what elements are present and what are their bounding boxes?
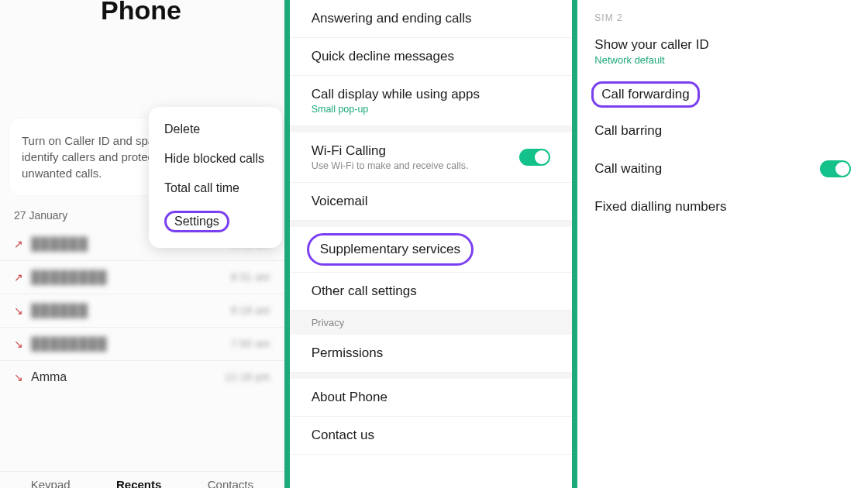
call-settings-screen: Answering and ending calls Quick decline… xyxy=(290,0,573,488)
screen-divider xyxy=(572,0,577,488)
overflow-menu-popup: Delete Hide blocked calls Total call tim… xyxy=(149,107,282,248)
menu-item-total-call-time[interactable]: Total call time xyxy=(149,174,282,203)
setting-label: Call display while using apps xyxy=(312,87,551,102)
screen-divider xyxy=(284,0,290,488)
incoming-call-icon: ↘ xyxy=(14,371,31,383)
phone-app-screen: Phone Turn on Caller ID and spam protect… xyxy=(0,0,284,488)
setting-call-forwarding[interactable]: Call forwarding xyxy=(577,77,868,112)
outgoing-call-icon: ↗ xyxy=(14,238,31,250)
setting-wifi-calling[interactable]: Wi-Fi Calling Use Wi-Fi to make and rece… xyxy=(290,132,573,183)
call-waiting-toggle[interactable] xyxy=(820,160,851,177)
setting-sublabel: Use Wi-Fi to make and receive calls. xyxy=(312,160,520,171)
tab-contacts[interactable]: Contacts xyxy=(208,478,253,488)
setting-label: Call waiting xyxy=(594,161,820,177)
call-contact-name: ████████ xyxy=(31,270,231,284)
sim-label: SIM 2 xyxy=(577,0,868,26)
call-log-list: ↗ ██████ 8:32 am ↗ ████████ 8:31 am ↘ ██… xyxy=(0,228,284,393)
section-gap xyxy=(290,126,573,132)
call-time: 8:18 am xyxy=(231,305,270,316)
setting-supplementary-services[interactable]: Supplementary services xyxy=(290,227,573,273)
setting-call-barring[interactable]: Call barring xyxy=(577,112,868,149)
setting-label: Other call settings xyxy=(312,284,551,299)
incoming-call-icon: ↘ xyxy=(14,338,31,350)
setting-answering[interactable]: Answering and ending calls xyxy=(290,0,573,38)
setting-about-phone[interactable]: About Phone xyxy=(290,379,573,417)
highlight-call-forwarding: Call forwarding xyxy=(591,81,699,108)
setting-label: Call barring xyxy=(594,123,851,139)
setting-permissions[interactable]: Permissions xyxy=(290,335,573,373)
section-header-privacy: Privacy xyxy=(290,311,573,335)
setting-label: Fixed dialling numbers xyxy=(594,199,851,215)
call-contact-name: Amma xyxy=(31,370,226,384)
setting-show-caller-id[interactable]: Show your caller ID Network default xyxy=(577,26,868,77)
wifi-calling-toggle[interactable] xyxy=(519,149,550,166)
call-log-row[interactable]: ↗ ████████ 8:31 am xyxy=(0,260,284,294)
menu-item-hide-blocked[interactable]: Hide blocked calls xyxy=(149,144,282,174)
setting-label: Show your caller ID xyxy=(594,37,851,53)
setting-call-display[interactable]: Call display while using apps Small pop-… xyxy=(290,76,573,126)
setting-label: Supplementary services xyxy=(320,242,460,256)
setting-fixed-dialling[interactable]: Fixed dialling numbers xyxy=(577,188,868,225)
section-gap xyxy=(290,221,573,227)
setting-call-waiting[interactable]: Call waiting xyxy=(577,149,868,188)
incoming-call-icon: ↘ xyxy=(14,304,31,317)
highlight-settings: Settings xyxy=(164,211,229,232)
call-contact-name: ██████ xyxy=(31,304,231,318)
setting-label: Permissions xyxy=(312,345,551,361)
setting-voicemail[interactable]: Voicemail xyxy=(290,183,573,221)
section-gap xyxy=(290,373,573,379)
setting-label: Answering and ending calls xyxy=(312,11,551,26)
outgoing-call-icon: ↗ xyxy=(14,271,31,284)
call-log-row[interactable]: ↘ ████████ 7:50 am xyxy=(0,327,284,360)
setting-sublabel: Network default xyxy=(594,54,851,66)
call-time: 11:18 pm xyxy=(226,372,270,383)
call-time: 7:50 am xyxy=(231,339,270,349)
tab-recents[interactable]: Recents xyxy=(116,478,161,488)
tab-keypad[interactable]: Keypad xyxy=(31,478,71,488)
call-time: 8:31 am xyxy=(231,272,270,283)
setting-label: Quick decline messages xyxy=(312,49,551,64)
setting-label: Wi-Fi Calling xyxy=(312,143,520,159)
menu-item-delete[interactable]: Delete xyxy=(149,115,282,144)
setting-label: Call forwarding xyxy=(601,87,689,101)
bottom-tabs: Keypad Recents Contacts xyxy=(0,471,284,488)
setting-label: About Phone xyxy=(312,390,551,405)
setting-label: Contact us xyxy=(312,428,551,443)
setting-contact-us[interactable]: Contact us xyxy=(290,417,573,455)
call-log-row[interactable]: ↘ ██████ 8:18 am xyxy=(0,294,284,327)
setting-other-call-settings[interactable]: Other call settings xyxy=(290,273,573,311)
setting-sublabel: Small pop-up xyxy=(312,104,551,115)
setting-label: Voicemail xyxy=(312,194,551,209)
highlight-supplementary: Supplementary services xyxy=(307,233,474,266)
setting-quick-decline[interactable]: Quick decline messages xyxy=(290,38,573,76)
page-title: Phone xyxy=(0,0,284,33)
supplementary-services-screen: SIM 2 Show your caller ID Network defaul… xyxy=(577,0,868,488)
call-contact-name: ████████ xyxy=(31,337,231,351)
menu-item-settings[interactable]: Settings xyxy=(149,203,282,240)
call-log-row[interactable]: ↘ Amma 11:18 pm xyxy=(0,360,284,393)
